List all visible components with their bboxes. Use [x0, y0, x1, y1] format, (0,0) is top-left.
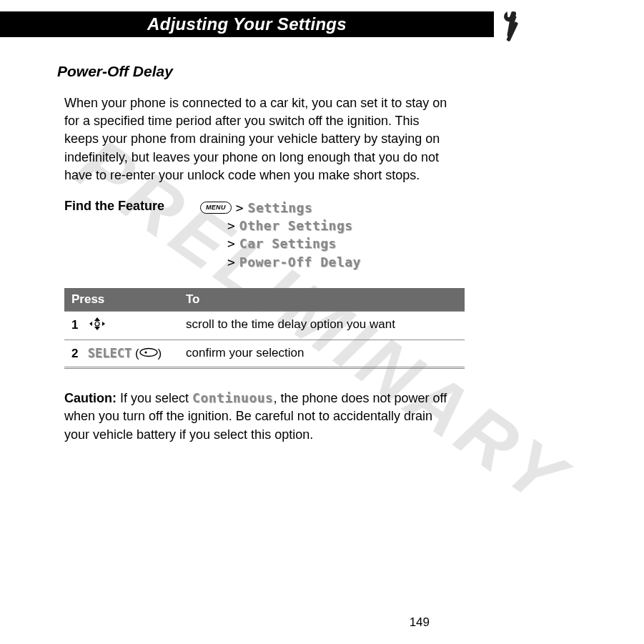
table-header-press: Press [64, 288, 179, 312]
find-feature-row: Find the Feature MENU > Settings > Other… [64, 199, 530, 271]
breadcrumb-separator: > [236, 199, 244, 217]
table-header-to: To [179, 288, 465, 312]
steps-table: Press To 1 [64, 288, 465, 370]
step-description: scroll to the time delay option you want [179, 311, 465, 340]
breadcrumb-separator: > [227, 234, 235, 252]
page-title: Adjusting Your Settings [147, 14, 347, 34]
breadcrumb-separator: > [227, 217, 235, 234]
breadcrumb-separator: > [227, 253, 235, 271]
header-bar: Adjusting Your Settings [0, 7, 644, 41]
step-description: confirm your selection [179, 340, 465, 368]
softkey-label: SELECT [88, 346, 132, 360]
section-title: Power-Off Delay [57, 63, 530, 80]
paren-close: ) [158, 347, 162, 360]
caution-continuous-option: Continuous [192, 390, 273, 405]
table-row: 2 SELECT ( ) confirm your selection [64, 340, 465, 368]
menu-path-power-off-delay: Power-Off Delay [239, 253, 361, 271]
svg-marker-4 [94, 327, 100, 330]
step-number: 1 [71, 318, 84, 332]
menu-key-icon: MENU [200, 202, 232, 214]
content-area: Power-Off Delay When your phone is conne… [0, 41, 644, 444]
intro-paragraph: When your phone is connected to a car ki… [64, 94, 450, 184]
step-number: 2 [71, 347, 84, 361]
caution-text-before: If you select [117, 391, 192, 405]
table-row: 1 scroll to the time delay option you wa… [64, 311, 465, 340]
svg-marker-7 [102, 322, 105, 326]
page-number: 149 [410, 615, 430, 630]
caution-paragraph: Caution: If you select Continuous, the p… [64, 389, 450, 444]
menu-path-car-settings: Car Settings [239, 234, 337, 252]
softkey-icon [139, 347, 158, 361]
svg-marker-3 [94, 317, 100, 321]
svg-point-8 [140, 349, 157, 357]
menu-path-other-settings: Other Settings [239, 217, 353, 234]
header-title-strip: Adjusting Your Settings [0, 11, 494, 37]
svg-point-9 [144, 352, 147, 354]
caution-label: Caution: [64, 391, 117, 405]
svg-point-5 [95, 322, 99, 326]
menu-path: MENU > Settings > Other Settings > Car S… [200, 199, 361, 271]
find-feature-label: Find the Feature [64, 199, 200, 271]
scroll-nav-icon [88, 317, 106, 334]
tools-icon [491, 7, 530, 46]
svg-marker-6 [89, 322, 92, 326]
menu-path-settings: Settings [248, 199, 313, 217]
